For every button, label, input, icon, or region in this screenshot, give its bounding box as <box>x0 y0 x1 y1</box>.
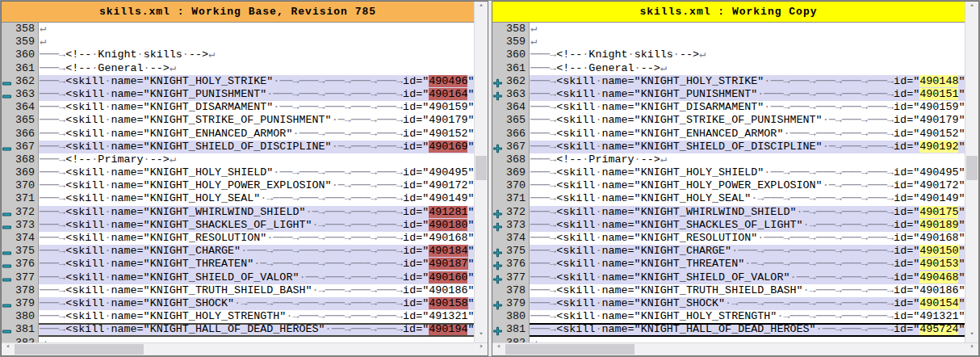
skill-id-value: 495724 <box>919 323 958 335</box>
vertical-scroll-thumb[interactable] <box>966 156 978 180</box>
code-text[interactable]: ↵ <box>530 23 965 36</box>
code-text-fragment: <skill <box>65 297 104 309</box>
code-text[interactable]: ───→<skill·name="KNIGHT_HOLY_STRIKE"·──→… <box>39 75 474 88</box>
scroll-down-button[interactable]: ˅ <box>965 330 978 342</box>
code-text[interactable]: ───→<skill·name="KNIGHT_STRIKE_OF_PUNISH… <box>530 114 965 127</box>
right-horizontal-scrollbar[interactable]: ˂ ˃ <box>492 342 978 355</box>
code-text[interactable]: ───→<skill·name="KNIGHT_SHACKLES_OF_LIGH… <box>39 219 474 232</box>
skill-id-value: 491321 <box>919 310 958 322</box>
code-text[interactable]: ───→<skill·name="KNIGHT_HALL_OF_DEAD_HER… <box>39 323 474 336</box>
code-text[interactable]: ───→<skill·name="KNIGHT_ENHANCED_ARMOR"·… <box>530 128 965 141</box>
space-dot-icon: · <box>312 284 319 296</box>
scroll-right-button[interactable]: ˃ <box>475 343 488 355</box>
code-text[interactable]: ───→<!--·Knight·skills·-->↵ <box>39 48 474 61</box>
code-text[interactable]: ───→<skill·name="KNIGHT_CHARGE"·───→───→… <box>530 245 965 258</box>
code-text[interactable]: ───→<skill·name="KNIGHT_SHIELD_OF_DISCIP… <box>39 141 474 153</box>
code-text[interactable]: ───→<skill·name="KNIGHT_SHIELD_OF_VALOR"… <box>530 271 965 284</box>
vertical-scroll-track[interactable] <box>965 15 978 330</box>
code-text[interactable]: ───→<skill·name="KNIGHT_SHOCK"·→───→───→… <box>39 297 474 310</box>
code-text[interactable]: ───→<skill·name="KNIGHT_ENHANCED_ARMOR"·… <box>39 128 474 141</box>
code-text[interactable]: ───→<skill·name="KNIGHT_THREATEN"·─→───→… <box>39 258 474 271</box>
tab-arrow-icon: ───→ <box>351 297 377 309</box>
line-number: 376 <box>15 258 35 271</box>
tab-arrow-icon: ───→ <box>530 310 556 322</box>
current-diff-border <box>39 323 474 325</box>
line-number-gutter: 365 <box>2 114 39 127</box>
code-text[interactable]: ───→<skill·name="KNIGHT_HOLY_POWER_EXPLO… <box>39 179 474 192</box>
code-text-fragment: " <box>958 166 965 178</box>
code-text-fragment: name="KNIGHT_STRIKE_OF_PUNISHMENT" <box>111 114 331 126</box>
code-text[interactable]: ───→<skill·name="KNIGHT_TRUTH_SHIELD_BAS… <box>530 284 965 297</box>
code-text-fragment: <skill <box>556 206 595 218</box>
code-text[interactable]: ───→<skill·name="KNIGHT_HOLY_POWER_EXPLO… <box>530 179 965 192</box>
tab-arrow-icon: ───→ <box>764 297 789 309</box>
code-text-fragment: name="KNIGHT_HALL_OF_DEAD_HEROES" <box>111 323 325 335</box>
code-text[interactable]: ───→<skill·name="KNIGHT_HOLY_SEAL"·→───→… <box>530 192 965 205</box>
right-vertical-scrollbar[interactable]: ˄ ˅ <box>965 2 978 342</box>
code-text-fragment: " <box>468 297 474 309</box>
code-text[interactable]: ───→<skill·name="KNIGHT_SHACKLES_OF_LIGH… <box>530 219 965 232</box>
vertical-scroll-thumb[interactable] <box>475 156 487 180</box>
scroll-left-button[interactable]: ˂ <box>492 343 505 355</box>
diff-removed-icon <box>2 77 11 86</box>
space-dot-icon: · <box>823 179 829 191</box>
code-text[interactable]: ↵ <box>530 36 965 48</box>
tab-arrow-icon: ───→ <box>351 166 377 178</box>
vertical-scroll-track[interactable] <box>475 15 488 330</box>
scroll-up-button[interactable]: ˄ <box>965 2 978 15</box>
code-text[interactable]: ↵ <box>39 36 474 48</box>
code-text[interactable]: ───→<skill·name="KNIGHT_HOLY_STRENGTH"·→… <box>530 310 965 323</box>
code-text[interactable]: ───→<!--·General·-->↵ <box>39 62 474 75</box>
code-text[interactable]: ───→<skill·name="KNIGHT_RESOLUTION"·───→… <box>39 232 474 245</box>
code-text[interactable]: ───→<skill·name="KNIGHT_HOLY_STRENGTH"·→… <box>39 310 474 323</box>
code-text[interactable]: ───→<skill·name="KNIGHT_DISARMAMENT"·──→… <box>530 101 965 114</box>
left-vertical-scrollbar[interactable]: ˄ ˅ <box>474 2 488 342</box>
diff-removed-icon <box>2 273 11 282</box>
horizontal-scroll-thumb[interactable] <box>505 344 634 355</box>
line-number: 382 <box>15 337 35 343</box>
code-text[interactable]: ───→<skill·name="KNIGHT_HOLY_SHIELD"·──→… <box>39 166 474 179</box>
code-text[interactable]: ───→<skill·name="KNIGHT_THREATEN"·─→───→… <box>530 258 965 271</box>
code-text[interactable]: ───→<skill·name="KNIGHT_STRIKE_OF_PUNISH… <box>39 114 474 127</box>
code-text[interactable]: ───→<!--·Primary·-->↵ <box>39 153 474 166</box>
code-text-fragment: " <box>467 232 474 244</box>
scroll-right-button[interactable]: ˃ <box>965 343 978 355</box>
tab-arrow-icon: ───→ <box>351 219 377 231</box>
tab-arrow-icon: ───→ <box>816 258 842 270</box>
code-text[interactable]: ───→<skill·name="KNIGHT_HOLY_SHIELD"·──→… <box>530 166 965 179</box>
code-text[interactable]: ───→<skill·name="KNIGHT_PUNISHMENT"·───→… <box>530 88 965 101</box>
code-text[interactable]: ───→<!--·General·-->↵ <box>530 62 965 75</box>
left-horizontal-scrollbar[interactable]: ˂ ˃ <box>2 342 488 355</box>
code-text[interactable]: ───→<skill·name="KNIGHT_CHARGE"·───→───→… <box>39 245 474 258</box>
code-text[interactable]: ───→<!--·Knight·skills·-->↵ <box>530 48 965 61</box>
code-text[interactable]: ↵ <box>530 337 965 343</box>
code-text[interactable]: ───→<skill·name="KNIGHT_WHIRLWIND_SHIELD… <box>530 206 965 219</box>
tab-arrow-icon: ───→ <box>273 258 299 270</box>
code-text[interactable]: ───→<!--·Primary·-->↵ <box>530 153 965 166</box>
scroll-down-button[interactable]: ˅ <box>475 330 488 342</box>
code-text[interactable]: ───→<skill·name="KNIGHT_HOLY_SEAL"·→───→… <box>39 192 474 205</box>
code-text[interactable]: ───→<skill·name="KNIGHT_SHIELD_OF_DISCIP… <box>530 141 965 153</box>
code-text[interactable]: ↵ <box>39 337 474 343</box>
scroll-left-button[interactable]: ˂ <box>2 343 15 355</box>
horizontal-scroll-thumb[interactable] <box>15 344 144 355</box>
line-number-gutter: 381 <box>492 323 530 336</box>
code-text[interactable]: ───→<skill·name="KNIGHT_PUNISHMENT"·───→… <box>39 88 474 101</box>
code-text[interactable]: ───→<skill·name="KNIGHT_RESOLUTION"·───→… <box>530 232 965 245</box>
code-text[interactable]: ───→<skill·name="KNIGHT_DISARMAMENT"·──→… <box>39 101 474 114</box>
tab-arrow-icon: ───→ <box>842 271 868 284</box>
code-text[interactable]: ↵ <box>39 23 474 36</box>
code-text-fragment: " <box>958 101 965 113</box>
code-text[interactable]: ───→<skill·name="KNIGHT_TRUTH_SHIELD_BAS… <box>39 284 474 297</box>
code-text[interactable]: ───→<skill·name="KNIGHT_WHIRLWIND_SHIELD… <box>39 206 474 219</box>
code-text[interactable]: ───→<skill·name="KNIGHT_SHIELD_OF_VALOR"… <box>39 271 474 284</box>
code-line-380: 380───→<skill·name="KNIGHT_HOLY_STRENGTH… <box>2 310 474 323</box>
code-text[interactable]: ───→<skill·name="KNIGHT_SHOCK"·→───→───→… <box>530 297 965 310</box>
scroll-up-button[interactable]: ˄ <box>475 2 488 15</box>
code-text[interactable]: ───→<skill·name="KNIGHT_HOLY_STRIKE"·──→… <box>530 75 965 88</box>
tab-arrow-icon: ───→ <box>325 219 351 231</box>
space-dot-icon: · <box>789 271 796 284</box>
code-text[interactable]: ───→<skill·name="KNIGHT_HALL_OF_DEAD_HER… <box>530 323 965 336</box>
tab-arrow-icon: ───→ <box>530 88 556 100</box>
line-number-gutter: 369 <box>492 166 530 179</box>
